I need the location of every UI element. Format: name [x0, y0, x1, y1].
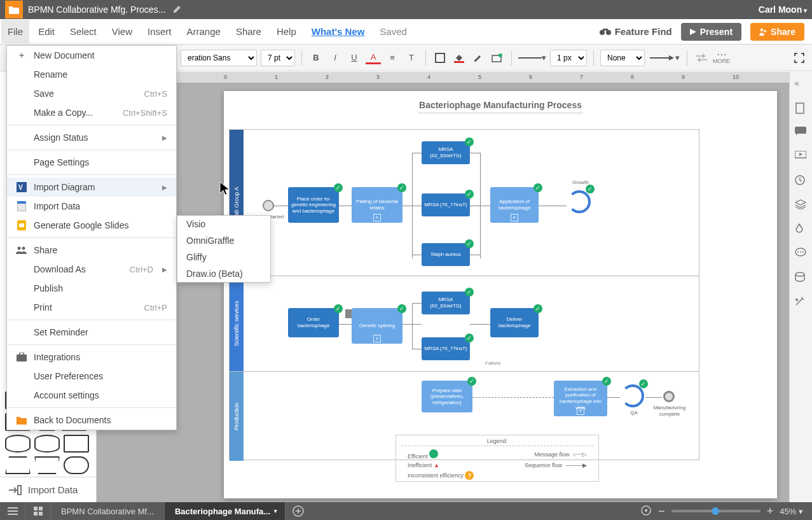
paint-icon[interactable] — [795, 223, 808, 236]
list-view-icon[interactable] — [0, 502, 25, 520]
shape-thumb[interactable] — [64, 456, 89, 474]
zoom-percent[interactable]: 45% ▾ — [780, 507, 803, 516]
text-color-button[interactable]: A — [366, 52, 381, 64]
node-extraction[interactable]: Extraction and purification of bacteriop… — [554, 381, 607, 416]
zoom-out-button[interactable]: − — [658, 505, 665, 518]
fm-generate-slides[interactable]: Generate Google Slides — [7, 216, 176, 235]
fm-import-data[interactable]: Import Data — [7, 197, 176, 216]
magic-icon[interactable] — [795, 296, 808, 309]
shape-thumb[interactable] — [34, 435, 60, 453]
fullscreen-button[interactable] — [792, 50, 807, 66]
arrow-end-button[interactable]: ▾ — [649, 50, 680, 66]
feature-find[interactable]: Feature Find — [600, 26, 672, 37]
present-button[interactable]: Present — [681, 23, 741, 41]
collapse-dock-icon[interactable]: « — [795, 78, 808, 91]
fm-assign-status[interactable]: Assign Status▶ — [7, 128, 176, 147]
fm-import-diagram[interactable]: V Import Diagram▶ — [7, 178, 176, 197]
bpmn-pool[interactable]: Lab Group A Order started Place order fo… — [229, 129, 699, 460]
qa-event-icon[interactable] — [621, 384, 644, 407]
node-mrsa-76a[interactable]: MRSA (76_77insT)✓ — [422, 193, 470, 216]
rename-icon[interactable] — [173, 4, 182, 15]
fm-publish[interactable]: Publish — [7, 279, 176, 298]
node-mrsa-82b[interactable]: MRSA (82_83delTG)✓ — [422, 292, 470, 314]
font-family-select[interactable]: eration Sans — [181, 50, 257, 66]
node-staph[interactable]: Staph aureus✓ — [422, 243, 470, 266]
shape-style-button[interactable] — [490, 50, 505, 66]
lane-lab[interactable]: Lab Group A Order started Place order fo… — [230, 130, 699, 276]
menu-whats-new[interactable]: What's New — [312, 26, 365, 37]
text-format-button[interactable]: T — [404, 50, 419, 66]
shape-thumb[interactable] — [5, 456, 31, 474]
more-button[interactable]: ⋯MORE — [713, 52, 730, 64]
stroke-width-select[interactable]: 1 px — [550, 50, 587, 66]
menu-edit[interactable]: Edit — [38, 26, 55, 37]
lane-scientific[interactable]: Scientific services Order bacteriophage✓… — [230, 276, 699, 372]
sm-visio[interactable]: Visio — [177, 216, 270, 232]
menu-file[interactable]: File — [1, 20, 29, 43]
sm-drawio[interactable]: Draw.io (Beta) — [177, 265, 270, 282]
menu-select[interactable]: Select — [70, 26, 97, 37]
fm-account-settings[interactable]: Account settings — [7, 386, 176, 405]
fill-color-button[interactable] — [432, 50, 448, 66]
menu-help[interactable]: Help — [277, 26, 296, 37]
add-tab-button[interactable] — [286, 502, 311, 520]
data-icon[interactable] — [795, 272, 808, 285]
menu-share[interactable]: Share — [236, 26, 261, 37]
page-icon[interactable] — [795, 102, 808, 115]
share-button[interactable]: Share — [750, 23, 804, 41]
fm-page-settings[interactable]: Page Settings — [7, 153, 176, 172]
node-mrsa-82a[interactable]: MRSA (82_83delTG)✓ — [422, 141, 470, 164]
node-deliver[interactable]: Deliver bacteriophage✓ — [490, 308, 539, 337]
shape-thumb[interactable] — [64, 435, 89, 453]
fm-rename[interactable]: Rename — [7, 65, 176, 84]
zoom-slider[interactable] — [671, 510, 760, 512]
fm-save[interactable]: SaveCtrl+S — [7, 84, 176, 103]
bucket-fill-button[interactable] — [451, 50, 467, 66]
end-event[interactable] — [663, 391, 675, 402]
fm-user-prefs[interactable]: User Preferences — [7, 367, 176, 386]
underline-button[interactable]: U — [347, 50, 362, 66]
menu-arrange[interactable]: Arrange — [187, 26, 221, 37]
tab-bacteriophage[interactable]: Bacteriophage Manufa... — [165, 502, 286, 520]
import-data-button[interactable]: Import Data — [0, 477, 96, 502]
node-place-order[interactable]: Place order for genetic engineering and … — [288, 187, 339, 223]
grid-view-icon[interactable] — [25, 502, 51, 520]
fm-integrations[interactable]: Integrations — [7, 348, 176, 367]
chat-icon[interactable] — [795, 248, 808, 260]
folder-icon[interactable] — [5, 1, 23, 18]
font-size-select[interactable]: 7 pt — [261, 50, 295, 66]
node-mrsa-76b[interactable]: MRSA (76_77insT)✓ — [422, 337, 470, 360]
sm-omnigraffle[interactable]: OmniGraffle — [177, 232, 270, 249]
diagram-page[interactable]: Bacteriophage Manufacturing Process Lab … — [224, 91, 777, 498]
user-menu[interactable]: Carl Moon — [759, 4, 807, 15]
comment-icon[interactable] — [795, 127, 808, 139]
fm-share[interactable]: Share — [7, 241, 176, 260]
fm-print[interactable]: PrintCtrl+P — [7, 298, 176, 317]
tab-bpmn-collab[interactable]: BPMN Collaborative Mf... — [51, 502, 165, 520]
line-style-button[interactable]: ▾ — [518, 50, 546, 66]
fm-new-document[interactable]: ＋New Document — [7, 46, 176, 65]
shape-thumb[interactable] — [5, 435, 31, 453]
node-plating[interactable]: Plating of bacterial strains✓+ — [352, 187, 403, 223]
pencil-button[interactable] — [471, 50, 486, 66]
growth-event-icon[interactable] — [568, 190, 591, 213]
node-order-bac[interactable]: Order bacteriophage✓ — [288, 308, 339, 337]
shape-thumb[interactable] — [34, 456, 60, 474]
canvas[interactable]: 0 1 2 3 4 5 6 7 8 9 10 Bacteriophage Man… — [97, 72, 789, 502]
start-event[interactable] — [263, 200, 274, 211]
swap-button[interactable] — [694, 50, 709, 66]
node-prepare-vials[interactable]: Prepare vials (preservatives, refrigerat… — [422, 381, 472, 412]
fm-back-to-docs[interactable]: Back to Documents — [7, 411, 176, 430]
node-application[interactable]: Application of bacteriophage✓+ — [490, 187, 539, 223]
menu-view[interactable]: View — [112, 26, 132, 37]
fm-set-reminder[interactable]: Set Reminder — [7, 323, 176, 342]
sm-gliffy[interactable]: Gliffy — [177, 249, 270, 265]
node-splicing[interactable]: Genetic splicing✓+ — [352, 308, 403, 344]
present-panel-icon[interactable] — [795, 151, 808, 164]
layers-icon[interactable] — [795, 199, 808, 212]
zoom-target-icon[interactable] — [640, 505, 652, 518]
fm-make-copy[interactable]: Make a Copy...Ctrl+Shift+S — [7, 103, 176, 122]
italic-button[interactable]: I — [327, 50, 343, 66]
history-icon[interactable] — [795, 175, 808, 188]
fm-download-as[interactable]: Download AsCtrl+D▶ — [7, 260, 176, 279]
